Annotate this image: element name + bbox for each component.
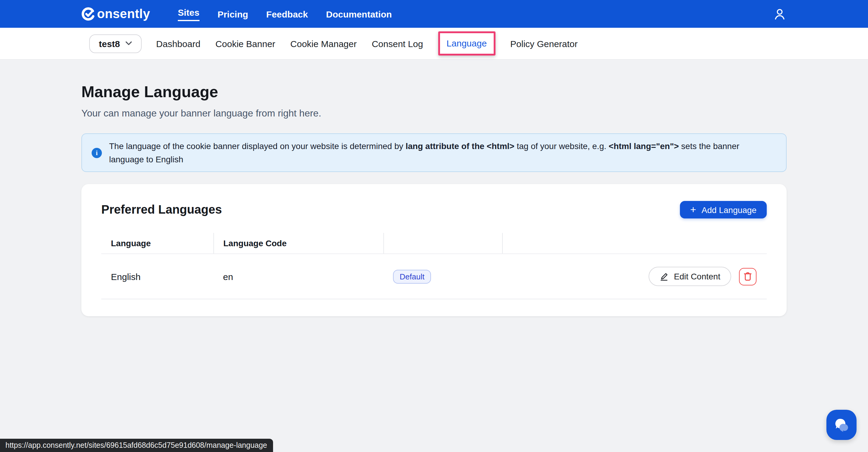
header-language: Language	[101, 233, 213, 254]
preferred-languages-card: Preferred Languages + Add Language Langu…	[82, 184, 786, 316]
card-title: Preferred Languages	[101, 203, 222, 217]
delete-language-button[interactable]	[739, 267, 756, 285]
languages-table: Language Language Code English en Defaul…	[101, 233, 767, 299]
header-language-code: Language Code	[213, 233, 383, 254]
language-tab-highlight-box: Language	[438, 31, 495, 56]
cell-actions: Edit Content	[502, 254, 767, 299]
edit-content-label: Edit Content	[674, 272, 720, 281]
top-nav-links: Sites Pricing Feedback Documentation	[178, 7, 392, 21]
tab-cookie-manager[interactable]: Cookie Manager	[290, 38, 356, 49]
page-title: Manage Language	[82, 83, 786, 102]
brand-logo[interactable]: onsently	[82, 7, 150, 21]
nav-pricing[interactable]: Pricing	[218, 9, 248, 19]
top-navbar: onsently Sites Pricing Feedback Document…	[0, 0, 868, 28]
pencil-icon	[659, 272, 669, 281]
add-language-button[interactable]: + Add Language	[680, 201, 767, 219]
page-subtitle: Your can manage your banner language fro…	[82, 108, 786, 119]
user-icon	[773, 7, 786, 21]
status-url-text: https://app.consently.net/sites/69615afd…	[5, 441, 267, 450]
table-header-row: Language Language Code	[101, 233, 767, 254]
site-nav-links: Dashboard Cookie Banner Cookie Manager C…	[156, 31, 578, 56]
header-empty-2	[502, 233, 767, 254]
brand-wordmark: onsently	[97, 7, 150, 21]
app-window: onsently Sites Pricing Feedback Document…	[0, 0, 868, 452]
plus-icon: +	[690, 204, 696, 215]
add-language-label: Add Language	[702, 205, 756, 215]
cell-badge: Default	[383, 254, 502, 299]
cell-language-code: en	[213, 254, 383, 299]
nav-documentation[interactable]: Documentation	[326, 9, 392, 19]
tab-policy-generator[interactable]: Policy Generator	[510, 38, 578, 49]
info-icon: i	[92, 147, 102, 158]
tab-language[interactable]: Language	[447, 38, 487, 48]
tab-dashboard[interactable]: Dashboard	[156, 38, 200, 49]
cell-language: English	[101, 254, 213, 299]
chat-bubbles-icon	[833, 417, 849, 433]
status-url-tooltip: https://app.consently.net/sites/69615afd…	[0, 439, 273, 452]
account-button[interactable]	[773, 7, 786, 21]
site-selector-label: test8	[99, 38, 120, 49]
chat-widget-button[interactable]	[827, 410, 857, 440]
chevron-down-icon	[125, 41, 132, 46]
site-selector[interactable]: test8	[89, 34, 142, 53]
tab-cookie-banner[interactable]: Cookie Banner	[216, 38, 275, 49]
trash-icon	[743, 272, 752, 281]
info-banner: i The language of the cookie banner disp…	[82, 133, 786, 172]
tab-consent-log[interactable]: Consent Log	[372, 38, 423, 49]
default-badge: Default	[393, 270, 431, 283]
edit-content-button[interactable]: Edit Content	[649, 267, 731, 286]
brand-c-check-icon	[82, 7, 96, 21]
info-banner-text: The language of the cookie banner displa…	[109, 139, 776, 166]
nav-sites[interactable]: Sites	[178, 7, 199, 21]
site-navbar: test8 Dashboard Cookie Banner Cookie Man…	[0, 28, 868, 60]
header-empty-1	[383, 233, 502, 254]
nav-feedback[interactable]: Feedback	[266, 9, 308, 19]
main-content: Manage Language Your can manage your ban…	[82, 83, 786, 316]
table-row: English en Default	[101, 254, 767, 299]
